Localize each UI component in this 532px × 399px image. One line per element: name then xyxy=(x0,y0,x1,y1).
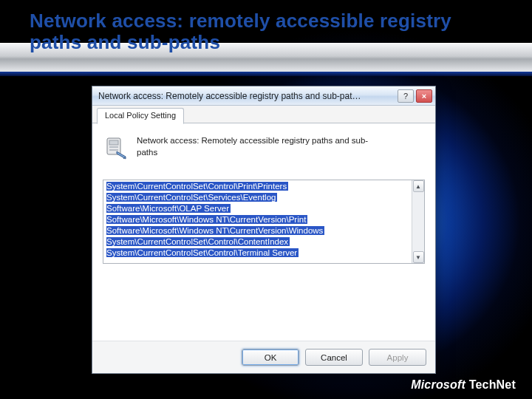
dialog-body: Network access: Remotely accessible regi… xyxy=(92,123,435,341)
apply-button[interactable]: Apply xyxy=(369,349,426,366)
list-item[interactable]: Software\Microsoft\Windows NT\CurrentVer… xyxy=(103,225,412,236)
list-item[interactable]: System\CurrentControlSet\Control\Content… xyxy=(103,236,412,248)
dialog-button-bar: OK Cancel Apply xyxy=(92,341,435,373)
policy-dialog: Network access: Remotely accessible regi… xyxy=(92,86,436,374)
tab-strip: Local Policy Setting xyxy=(92,106,435,123)
dialog-title-text: Network access: Remotely accessible regi… xyxy=(98,91,395,101)
list-item[interactable]: System\CurrentControlSet\Control\Termina… xyxy=(103,248,412,259)
svg-rect-1 xyxy=(109,140,118,145)
close-button[interactable]: × xyxy=(416,89,432,103)
tab-local-policy-setting[interactable]: Local Policy Setting xyxy=(97,108,184,124)
svg-rect-3 xyxy=(109,149,118,151)
dialog-titlebar[interactable]: Network access: Remotely accessible regi… xyxy=(92,86,435,106)
slide-title: Network access: remotely accessible regi… xyxy=(30,10,502,52)
help-button[interactable]: ? xyxy=(398,89,414,103)
listbox-scrollbar[interactable]: ▲ ▼ xyxy=(412,180,424,263)
policy-heading: Network access: Remotely accessible regi… xyxy=(137,135,373,158)
list-item[interactable]: Software\Microsoft\OLAP Server xyxy=(103,203,412,214)
registry-server-icon xyxy=(104,135,129,163)
registry-paths-listbox[interactable]: System\CurrentControlSet\Control\Print\P… xyxy=(103,180,425,264)
scroll-up-button[interactable]: ▲ xyxy=(413,180,424,192)
registry-paths-list-items[interactable]: System\CurrentControlSet\Control\Print\P… xyxy=(103,180,412,263)
cancel-button[interactable]: Cancel xyxy=(305,349,363,366)
svg-rect-2 xyxy=(109,146,118,148)
scroll-down-button[interactable]: ▼ xyxy=(413,251,424,263)
list-item[interactable]: Software\Microsoft\Windows NT\CurrentVer… xyxy=(103,214,412,225)
list-item[interactable]: System\CurrentControlSet\Services\Eventl… xyxy=(103,192,412,203)
footer-sub: TechNet xyxy=(469,378,516,391)
ok-button[interactable]: OK xyxy=(242,349,299,366)
footer-logo: Microsoft TechNet xyxy=(411,378,516,392)
list-item[interactable]: System\CurrentControlSet\Control\Print\P… xyxy=(103,181,412,192)
footer-brand: Microsoft xyxy=(411,378,466,391)
